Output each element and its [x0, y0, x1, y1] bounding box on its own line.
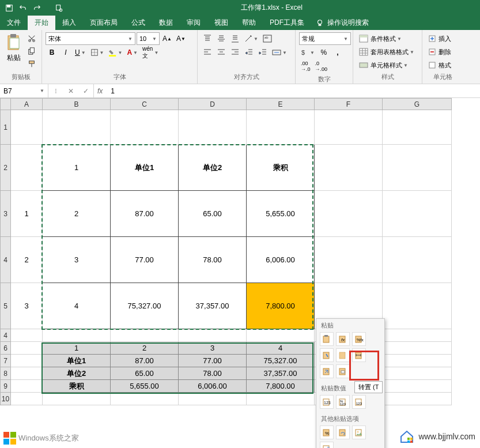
menu-pdf[interactable]: PDF工具集	[263, 16, 311, 30]
cell[interactable]: 65.00	[179, 191, 247, 237]
cell[interactable]	[383, 367, 452, 380]
cell[interactable]	[43, 329, 111, 342]
row-head-10[interactable]: 9	[1, 380, 11, 393]
cell[interactable]	[315, 191, 383, 237]
conditional-format-button[interactable]: 条件格式▼	[357, 32, 417, 45]
align-bottom-icon[interactable]	[229, 32, 241, 45]
menu-formulas[interactable]: 公式	[124, 16, 152, 30]
cell[interactable]: 单位2	[179, 145, 247, 191]
cell[interactable]	[247, 329, 315, 342]
col-head-e[interactable]: E	[247, 99, 315, 110]
cell-styles-button[interactable]: 单元格样式▼	[357, 59, 417, 71]
cell[interactable]: 87.00	[111, 355, 179, 367]
fx-icon[interactable]: fx	[94, 84, 106, 97]
cell[interactable]: 单位1	[43, 355, 111, 367]
cell[interactable]: 65.00	[111, 367, 179, 380]
row-head-9[interactable]: 8	[1, 367, 11, 380]
cell[interactable]	[247, 393, 315, 405]
cell[interactable]: 7,800.00	[247, 380, 315, 393]
paste-picture-icon[interactable]	[352, 426, 366, 439]
cell[interactable]: 4	[247, 342, 315, 355]
cell[interactable]	[383, 110, 452, 145]
cell[interactable]: 3	[43, 237, 111, 283]
paste-button[interactable]: 粘贴	[3, 32, 24, 64]
copy-icon[interactable]	[25, 45, 38, 58]
cell[interactable]: 2	[111, 342, 179, 355]
cell[interactable]	[383, 191, 452, 237]
cell[interactable]	[111, 329, 179, 342]
cell[interactable]	[247, 110, 315, 145]
redo-icon[interactable]	[30, 1, 44, 15]
font-family-combo[interactable]: 宋体▼	[46, 32, 135, 45]
row-head-7[interactable]: 6	[1, 342, 11, 355]
cell[interactable]	[383, 283, 452, 329]
paste-all-icon[interactable]	[320, 332, 334, 346]
name-box[interactable]: B7▼	[0, 84, 48, 97]
row-head-11[interactable]: 10	[1, 393, 11, 405]
decrease-font-icon[interactable]: A▼	[175, 32, 187, 45]
paste-col-width-icon[interactable]	[352, 348, 366, 362]
merge-center-button[interactable]: ▼	[270, 46, 289, 59]
cell[interactable]	[11, 367, 43, 380]
cell[interactable]: 单位1	[111, 145, 179, 191]
cell[interactable]: 1	[11, 191, 43, 237]
cell[interactable]	[43, 393, 111, 405]
align-top-icon[interactable]	[201, 32, 214, 45]
paste-no-border-icon[interactable]	[336, 348, 350, 362]
align-middle-icon[interactable]	[215, 32, 228, 45]
cell[interactable]	[11, 329, 43, 342]
increase-decimal-icon[interactable]: .00→.0	[299, 60, 312, 73]
comma-format-icon[interactable]: ,	[331, 46, 344, 59]
paste-merge-icon[interactable]	[336, 364, 350, 378]
cell[interactable]: 1	[43, 342, 111, 355]
menu-view[interactable]: 视图	[207, 16, 235, 30]
decrease-decimal-icon[interactable]: .0→.00	[313, 60, 330, 73]
paste-formatting-icon[interactable]: %	[320, 426, 334, 439]
cell[interactable]: 78.00	[179, 237, 247, 283]
cell[interactable]: 5,655.00	[111, 380, 179, 393]
menu-review[interactable]: 审阅	[180, 16, 207, 30]
paste-values-icon[interactable]: 123	[320, 395, 334, 409]
increase-font-icon[interactable]: A▲	[161, 32, 173, 45]
enter-icon[interactable]: ✓	[78, 84, 93, 97]
col-head-d[interactable]: D	[179, 99, 247, 110]
number-format-combo[interactable]: 常规▼	[299, 32, 351, 45]
delete-cells-button[interactable]: 删除	[426, 46, 453, 58]
paste-link-icon[interactable]	[336, 426, 350, 439]
row-head-3[interactable]: 3	[1, 191, 11, 237]
paste-transpose-icon[interactable]	[320, 364, 334, 378]
tell-me[interactable]: 操作说明搜索	[311, 16, 373, 30]
cell[interactable]	[111, 110, 179, 145]
col-head-a[interactable]: A	[11, 99, 43, 110]
paste-values-src-icon[interactable]: 123	[352, 395, 366, 409]
underline-button[interactable]: U▼	[73, 46, 88, 59]
cell[interactable]: 2	[11, 237, 43, 283]
menu-help[interactable]: 帮助	[235, 16, 263, 30]
cell[interactable]	[383, 342, 452, 355]
paste-formulas-fmt-icon[interactable]: %fx	[352, 332, 366, 346]
cell[interactable]	[383, 355, 452, 367]
fill-color-button[interactable]: ▼	[107, 46, 124, 59]
cell[interactable]	[11, 393, 43, 405]
paste-formulas-icon[interactable]: fx	[336, 332, 350, 346]
cell[interactable]	[111, 393, 179, 405]
menu-layout[interactable]: 页面布局	[83, 16, 124, 30]
cell[interactable]	[11, 342, 43, 355]
row-head-8[interactable]: 7	[1, 355, 11, 367]
cell[interactable]: 6,006.00	[247, 237, 315, 283]
cell[interactable]: 37,357.00	[247, 367, 315, 380]
cell[interactable]: 乘积	[43, 380, 111, 393]
align-left-icon[interactable]	[201, 46, 214, 59]
cell[interactable]: 3	[179, 342, 247, 355]
cell[interactable]	[315, 145, 383, 191]
col-head-c[interactable]: C	[111, 99, 179, 110]
orientation-icon[interactable]: ▼	[243, 32, 260, 45]
phonetic-button[interactable]: wén文▼	[141, 46, 160, 59]
paste-keep-source-icon[interactable]	[320, 348, 334, 362]
col-head-f[interactable]: F	[315, 99, 383, 110]
cell[interactable]	[179, 110, 247, 145]
cell[interactable]: 6,006.00	[179, 380, 247, 393]
cell[interactable]: 87.00	[111, 191, 179, 237]
cell[interactable]: 37,357.00	[179, 283, 247, 329]
align-center-icon[interactable]	[215, 46, 228, 59]
